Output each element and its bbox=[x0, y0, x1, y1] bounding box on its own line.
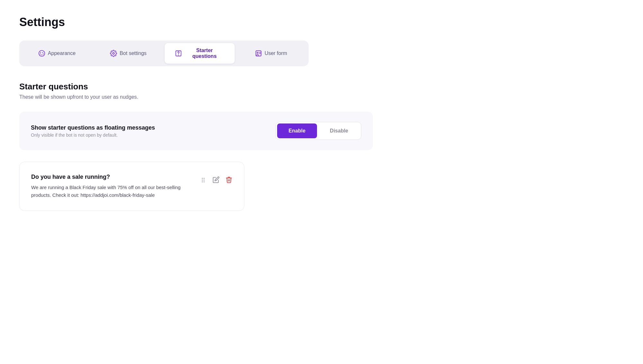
svg-point-15 bbox=[202, 179, 203, 180]
question-title-0: Do you have a sale running? bbox=[31, 174, 192, 180]
tab-appearance[interactable]: Appearance bbox=[22, 43, 92, 64]
edit-icon[interactable] bbox=[213, 176, 220, 185]
question-card-0: Do you have a sale running? We are runni… bbox=[19, 162, 244, 211]
page-title: Settings bbox=[19, 15, 624, 29]
floating-messages-sublabel: Only visible if the bot is not open by d… bbox=[31, 132, 155, 138]
floating-messages-card: Show starter questions as floating messa… bbox=[19, 112, 373, 150]
section-subtitle: These will be shown upfront to your user… bbox=[19, 94, 624, 100]
svg-point-1 bbox=[40, 52, 41, 53]
floating-messages-label: Show starter questions as floating messa… bbox=[31, 124, 155, 131]
tab-starter-questions[interactable]: Starter questions bbox=[165, 43, 235, 64]
svg-point-18 bbox=[204, 181, 204, 182]
tab-bot-settings-label: Bot settings bbox=[120, 50, 147, 56]
svg-point-14 bbox=[204, 178, 204, 179]
svg-point-13 bbox=[202, 178, 203, 179]
svg-point-4 bbox=[43, 54, 44, 55]
tab-appearance-label: Appearance bbox=[48, 50, 76, 56]
svg-point-2 bbox=[42, 52, 43, 53]
tab-user-form[interactable]: User form bbox=[236, 43, 306, 64]
svg-point-8 bbox=[178, 55, 179, 55]
tabs-bar: Appearance Bot settings Starter question… bbox=[19, 41, 309, 66]
svg-point-5 bbox=[41, 54, 42, 55]
floating-messages-text: Show starter questions as floating messa… bbox=[31, 124, 155, 138]
floating-messages-toggle: Enable Disable bbox=[276, 122, 361, 140]
enable-button[interactable]: Enable bbox=[277, 123, 317, 138]
question-body-0: We are running a Black Friday sale with … bbox=[31, 184, 192, 199]
svg-point-17 bbox=[202, 181, 203, 182]
svg-point-3 bbox=[40, 54, 41, 55]
tab-starter-questions-label: Starter questions bbox=[185, 48, 224, 59]
palette-icon bbox=[38, 50, 45, 57]
disable-button[interactable]: Disable bbox=[318, 123, 360, 138]
svg-point-6 bbox=[113, 52, 114, 54]
drag-handle-icon[interactable] bbox=[200, 177, 207, 185]
tab-user-form-label: User form bbox=[265, 50, 287, 56]
tab-bot-settings[interactable]: Bot settings bbox=[93, 43, 163, 64]
question-actions-0 bbox=[200, 174, 232, 185]
svg-point-0 bbox=[39, 50, 45, 56]
user-form-icon bbox=[255, 50, 262, 57]
question-content-0: Do you have a sale running? We are runni… bbox=[31, 174, 192, 199]
gear-icon bbox=[110, 50, 117, 57]
svg-point-10 bbox=[257, 52, 258, 53]
svg-point-16 bbox=[204, 179, 204, 180]
question-icon bbox=[175, 50, 182, 57]
section-title: Starter questions bbox=[19, 82, 624, 92]
delete-icon[interactable] bbox=[225, 176, 232, 185]
